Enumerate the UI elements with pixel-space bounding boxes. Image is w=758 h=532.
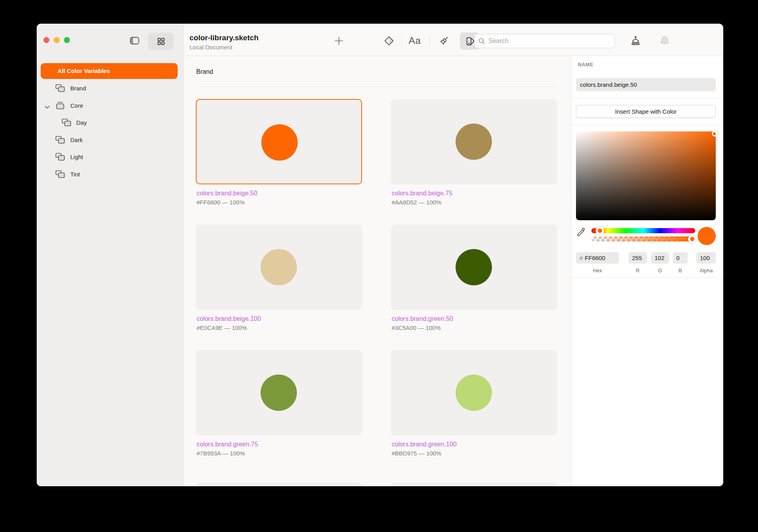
group-icon bbox=[55, 101, 65, 111]
hue-slider-knob[interactable] bbox=[596, 227, 604, 235]
r-label: R bbox=[629, 268, 647, 273]
close-button[interactable] bbox=[43, 37, 49, 43]
collection-icon bbox=[62, 118, 71, 128]
service-bell-icon[interactable] bbox=[630, 35, 641, 46]
hue-slider[interactable] bbox=[591, 228, 695, 233]
search-field[interactable] bbox=[474, 34, 615, 48]
b-label: B bbox=[673, 268, 688, 273]
toolbar-separator bbox=[402, 36, 402, 46]
sidebar-item-label: Core bbox=[70, 102, 83, 110]
sidebar-item-light[interactable]: Light bbox=[37, 150, 184, 164]
insert-shape-button[interactable]: Insert Shape with Color bbox=[576, 105, 716, 118]
toggle-sidebar-icon[interactable] bbox=[130, 37, 139, 45]
sidebar-item-day[interactable]: Day bbox=[37, 116, 184, 129]
toolbar-separator bbox=[430, 36, 430, 46]
swatch-card[interactable] bbox=[196, 225, 362, 310]
grid-icon bbox=[157, 37, 165, 45]
search-input[interactable] bbox=[488, 37, 610, 45]
sidebar-item-label: Tint bbox=[70, 170, 80, 178]
window-title: color-library.sketch bbox=[190, 34, 259, 42]
app-window: All Color Variables BrandCoreDayDarkLigh… bbox=[37, 24, 723, 486]
b-field[interactable]: 0 bbox=[673, 252, 688, 264]
alpha-slider[interactable] bbox=[591, 236, 695, 242]
hue-knob-color bbox=[598, 229, 602, 233]
sidebar-item-label: Dark bbox=[70, 136, 83, 144]
minimize-button[interactable] bbox=[54, 37, 60, 43]
swatch-meta: #7B993A — 100% bbox=[197, 450, 245, 457]
swatch-card[interactable] bbox=[196, 350, 362, 435]
swatch-meta: #BBD975 — 100% bbox=[392, 450, 441, 457]
section-title: Brand bbox=[196, 68, 213, 75]
swatch-circle bbox=[261, 124, 298, 161]
swatch-circle bbox=[456, 375, 492, 411]
swatch-card-partial[interactable] bbox=[196, 483, 362, 486]
alpha-field[interactable]: 100 bbox=[696, 252, 716, 264]
saturation-brightness-picker[interactable] bbox=[576, 131, 716, 220]
swatch-meta: #3C5A00 — 100% bbox=[392, 324, 441, 331]
sidebar-item-dark[interactable]: Dark bbox=[37, 133, 184, 147]
g-field[interactable]: 102 bbox=[651, 252, 669, 264]
swatch-card[interactable] bbox=[391, 225, 557, 310]
swatch-card[interactable] bbox=[196, 99, 362, 184]
swatch-name[interactable]: colors.brand.green.100 bbox=[392, 441, 457, 448]
g-label: G bbox=[651, 268, 669, 273]
swatch-circle bbox=[261, 249, 297, 285]
swatch-meta: #FF6600 — 100% bbox=[197, 199, 245, 206]
r-field[interactable]: 255 bbox=[629, 252, 647, 264]
sidebar-item-label: Brand bbox=[70, 84, 86, 92]
eyedropper-icon[interactable] bbox=[576, 226, 587, 238]
swatch-circle bbox=[261, 375, 297, 411]
sidebar-item-core[interactable]: Core bbox=[37, 99, 184, 112]
swatch-circle bbox=[456, 124, 492, 160]
sidebar-item-label: Day bbox=[76, 119, 87, 127]
swatch-meta: #AA8D52 — 100% bbox=[392, 199, 441, 206]
hex-label: Hex bbox=[576, 268, 619, 273]
color-variables-icon bbox=[465, 36, 475, 47]
picker-cursor[interactable] bbox=[712, 131, 718, 137]
swatch-content: Brand colors.brand.beige.50#FF6600 — 100… bbox=[184, 56, 571, 486]
swatch-name[interactable]: colors.brand.beige.75 bbox=[392, 190, 452, 197]
swatch-name[interactable]: colors.brand.green.50 bbox=[392, 315, 453, 322]
sidebar: All Color Variables BrandCoreDayDarkLigh… bbox=[37, 24, 184, 486]
hex-prefix: # bbox=[580, 255, 583, 261]
current-color-well[interactable] bbox=[698, 227, 716, 245]
alpha-knob-color bbox=[690, 237, 694, 241]
alpha-slider-knob[interactable] bbox=[688, 235, 696, 243]
layer-styles-brush-icon[interactable] bbox=[439, 35, 450, 46]
notification-bell-icon[interactable] bbox=[659, 36, 670, 46]
inspector-panel: NAME colors.brand.beige.50 Insert Shape … bbox=[571, 56, 723, 486]
hex-field[interactable]: #FF6600 bbox=[576, 252, 619, 264]
swatch-meta: #E0CA9E — 100% bbox=[197, 324, 247, 331]
sidebar-item-tint[interactable]: Tint bbox=[37, 168, 184, 181]
sidebar-item-brand[interactable]: Brand bbox=[37, 82, 184, 95]
titlebar-divider bbox=[184, 56, 723, 56]
swatch-card-partial[interactable] bbox=[391, 483, 557, 486]
zoom-button[interactable] bbox=[64, 37, 70, 43]
chevron-down-icon[interactable] bbox=[45, 103, 50, 111]
symbols-icon[interactable] bbox=[384, 36, 394, 46]
window-subtitle: Local Document bbox=[190, 44, 232, 51]
swatch-card[interactable] bbox=[391, 350, 557, 435]
swatch-name[interactable]: colors.brand.beige.100 bbox=[197, 315, 261, 322]
panel-divider bbox=[571, 277, 723, 278]
name-label: NAME bbox=[578, 62, 593, 67]
panel-divider bbox=[571, 125, 723, 125]
collection-icon bbox=[55, 84, 65, 94]
swatch-card[interactable] bbox=[391, 99, 557, 184]
alpha-label: Alpha bbox=[696, 268, 716, 273]
panel-divider bbox=[571, 98, 723, 98]
collection-icon bbox=[55, 170, 65, 180]
variable-name-input[interactable]: colors.brand.beige.50 bbox=[576, 78, 716, 91]
text-styles-icon[interactable]: Aa bbox=[409, 35, 421, 46]
search-icon bbox=[478, 37, 485, 45]
sidebar-item-label: Light bbox=[70, 153, 83, 161]
grid-view-button[interactable] bbox=[148, 33, 174, 50]
collection-icon bbox=[55, 153, 65, 163]
add-icon[interactable] bbox=[334, 36, 343, 45]
section-divider bbox=[196, 86, 558, 87]
swatch-name[interactable]: colors.brand.green.75 bbox=[197, 441, 258, 448]
swatch-name[interactable]: colors.brand.beige.50 bbox=[197, 190, 257, 197]
collection-icon bbox=[55, 136, 65, 146]
sidebar-item-all-color-variables[interactable]: All Color Variables bbox=[41, 63, 178, 79]
swatch-circle bbox=[456, 249, 492, 285]
